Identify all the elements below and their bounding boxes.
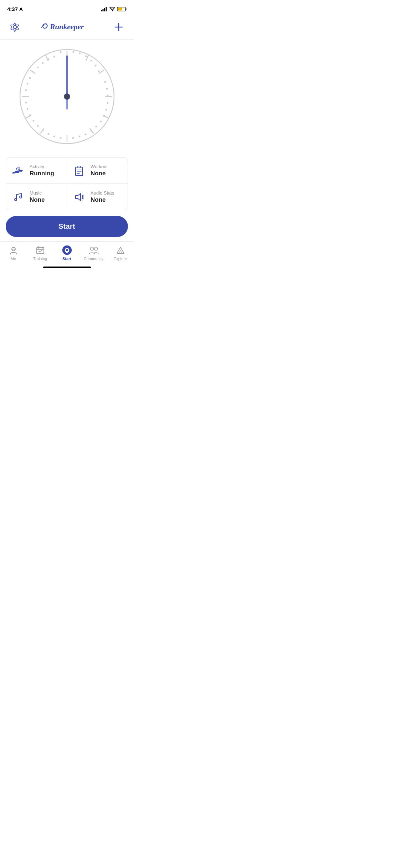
start-nav-icon: [62, 245, 72, 255]
svg-point-57: [42, 62, 43, 64]
music-option[interactable]: Music None: [6, 184, 67, 210]
svg-point-30: [98, 71, 99, 72]
location-arrow-icon: [19, 7, 23, 11]
svg-point-51: [25, 102, 27, 104]
svg-point-33: [107, 95, 108, 97]
workout-icon: [73, 164, 86, 177]
nav-item-start[interactable]: Start: [56, 245, 78, 261]
svg-rect-3: [104, 8, 105, 11]
settings-button[interactable]: [9, 21, 21, 35]
svg-point-49: [29, 114, 31, 116]
home-bar: [43, 267, 91, 268]
svg-marker-0: [19, 7, 23, 11]
svg-point-42: [72, 137, 74, 139]
svg-point-53: [26, 83, 28, 85]
svg-point-25: [72, 51, 74, 53]
time-display: 4:37: [7, 6, 18, 12]
svg-point-29: [94, 65, 96, 67]
wifi-icon: [109, 7, 115, 11]
nav-item-training[interactable]: Training: [30, 245, 51, 261]
explore-icon: [115, 245, 125, 255]
clipboard-icon: [73, 165, 85, 176]
options-row-1: Activity Running Workout None: [6, 157, 128, 184]
status-bar: 4:37: [0, 0, 134, 16]
battery-icon: [117, 7, 127, 11]
nav-training-label: Training: [33, 257, 47, 261]
activity-label: Activity: [30, 164, 54, 169]
nav-item-community[interactable]: Community: [83, 245, 104, 261]
audio-stats-icon: [73, 191, 86, 203]
runkeeper-logo: Runkeeper: [38, 20, 96, 33]
music-label: Music: [30, 190, 45, 196]
svg-point-27: [85, 56, 87, 57]
clock-face: [17, 47, 117, 146]
workout-value: None: [91, 170, 108, 177]
svg-rect-4: [106, 7, 107, 11]
clock-container: [0, 40, 134, 157]
workout-text: Workout None: [91, 164, 108, 177]
svg-point-72: [15, 198, 17, 201]
svg-rect-75: [37, 247, 44, 254]
svg-point-28: [90, 60, 92, 62]
svg-point-39: [90, 130, 92, 132]
svg-point-36: [103, 115, 105, 117]
bottom-nav: Me Training Start: [0, 241, 134, 264]
workout-option[interactable]: Workout None: [67, 157, 128, 184]
svg-point-43: [60, 137, 61, 139]
svg-point-45: [47, 133, 49, 135]
audio-stats-text: Audio Stats None: [91, 190, 114, 203]
status-time: 4:37: [7, 6, 23, 12]
start-button[interactable]: Start: [6, 216, 128, 237]
nav-start-label: Start: [62, 257, 71, 261]
home-indicator: [0, 264, 134, 270]
svg-point-73: [20, 196, 22, 198]
svg-point-26: [79, 53, 81, 55]
workout-label: Workout: [91, 164, 108, 169]
nav-explore-label: Explore: [114, 257, 127, 261]
svg-point-46: [42, 130, 43, 131]
svg-rect-2: [103, 9, 104, 11]
svg-point-32: [106, 88, 108, 90]
options-grid: Activity Running Workout None: [6, 157, 128, 210]
plus-icon: [114, 22, 124, 32]
add-button[interactable]: [112, 21, 125, 35]
svg-point-8: [14, 25, 17, 29]
audio-stats-option[interactable]: Audio Stats None: [67, 184, 128, 210]
status-icons: [101, 7, 127, 11]
svg-point-52: [25, 89, 27, 91]
svg-point-74: [12, 247, 15, 251]
activity-icon: [12, 164, 25, 177]
analog-clock: [17, 47, 117, 146]
svg-rect-7: [118, 7, 122, 10]
svg-rect-6: [126, 8, 127, 10]
activity-text: Activity Running: [30, 164, 54, 177]
svg-point-82: [94, 247, 97, 250]
nav-me-label: Me: [11, 257, 16, 261]
activity-option[interactable]: Activity Running: [6, 157, 67, 184]
audio-stats-value: None: [91, 196, 114, 203]
start-button-container: Start: [0, 210, 134, 241]
music-icon: [12, 191, 25, 203]
svg-text:Runkeeper: Runkeeper: [50, 22, 84, 31]
svg-point-58: [47, 58, 49, 60]
svg-point-38: [95, 126, 97, 128]
nav-item-explore[interactable]: Explore: [110, 245, 131, 261]
audio-stats-label: Audio Stats: [91, 190, 114, 196]
svg-point-81: [90, 247, 93, 250]
speaker-icon: [73, 191, 85, 203]
nav-item-me[interactable]: Me: [3, 245, 24, 261]
options-row-2: Music None Audio Stats None: [6, 184, 128, 210]
svg-point-80: [66, 249, 68, 251]
training-icon: [35, 245, 45, 255]
music-note-icon: [13, 192, 24, 202]
community-icon: [89, 245, 99, 255]
signal-icon: [101, 7, 107, 11]
svg-point-64: [64, 94, 70, 99]
svg-point-31: [104, 81, 106, 83]
activity-value: Running: [30, 170, 54, 177]
svg-point-40: [84, 134, 86, 135]
running-icon: [12, 165, 24, 177]
music-text: Music None: [30, 190, 45, 203]
svg-point-54: [29, 77, 31, 79]
svg-rect-1: [101, 10, 102, 11]
